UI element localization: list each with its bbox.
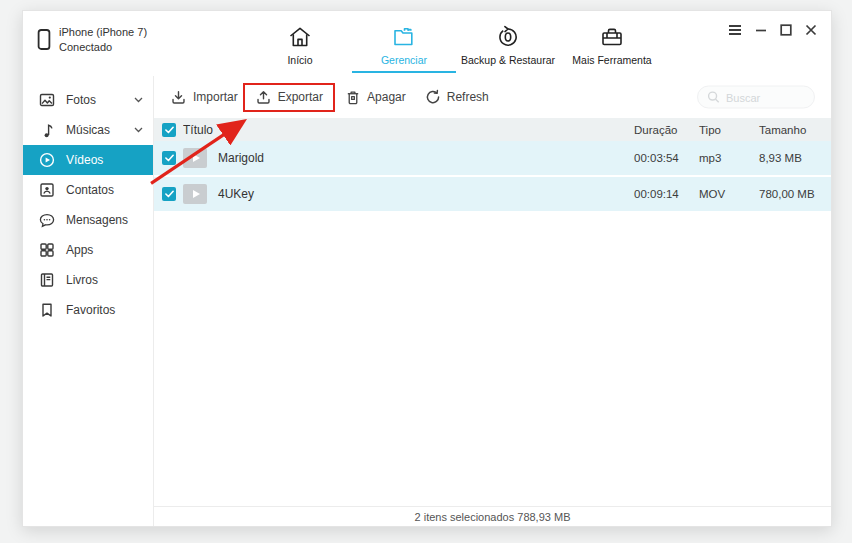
- app-header: iPhone (iPhone 7) Conectado Início: [23, 11, 831, 76]
- status-bar: 2 itens selecionados 788,93 MB: [154, 506, 831, 526]
- sidebar-item-label: Fotos: [66, 93, 96, 107]
- export-label: Exportar: [278, 90, 323, 104]
- sidebar-item-livros[interactable]: Livros: [23, 265, 153, 295]
- chevron-down-icon[interactable]: [134, 97, 143, 103]
- tab-inicio[interactable]: Início: [248, 15, 352, 73]
- column-header-type[interactable]: Tipo: [699, 124, 759, 136]
- sidebar-item-label: Vídeos: [66, 153, 103, 167]
- row-size: 8,93 MB: [759, 152, 831, 164]
- row-checkbox[interactable]: [162, 151, 176, 165]
- folder-icon: [391, 23, 417, 51]
- device-info: iPhone (iPhone 7) Conectado: [37, 25, 147, 55]
- photos-icon: [39, 92, 55, 108]
- backup-restore-icon: [495, 23, 521, 51]
- apps-grid-icon: [39, 242, 55, 258]
- sidebar-item-apps[interactable]: Apps: [23, 235, 153, 265]
- import-button[interactable]: Importar: [170, 89, 238, 106]
- maximize-icon[interactable]: [780, 24, 792, 36]
- play-icon: [193, 154, 200, 162]
- tab-label: Backup & Restaurar: [461, 54, 555, 66]
- video-thumbnail: [183, 148, 207, 168]
- bookmark-icon: [39, 302, 55, 318]
- sidebar-item-label: Apps: [66, 243, 93, 257]
- phone-icon: [37, 28, 51, 52]
- row-type: mp3: [699, 152, 759, 164]
- toolbar: Importar Exportar Apagar: [154, 76, 831, 118]
- row-title: Marigold: [218, 151, 264, 165]
- device-status: Conectado: [59, 40, 147, 55]
- sidebar-item-fotos[interactable]: Fotos: [23, 85, 153, 115]
- table-row[interactable]: Marigold 00:03:54 mp3 8,93 MB: [154, 141, 831, 177]
- tab-backup-restaurar[interactable]: Backup & Restaurar: [456, 15, 560, 73]
- sidebar-item-label: Músicas: [66, 123, 110, 137]
- select-all-checkbox[interactable]: [162, 123, 176, 137]
- sidebar-item-videos[interactable]: Vídeos: [23, 145, 153, 175]
- row-type: MOV: [699, 188, 759, 200]
- content-area: Importar Exportar Apagar: [153, 76, 831, 526]
- sidebar-item-contatos[interactable]: Contatos: [23, 175, 153, 205]
- music-note-icon: [39, 122, 55, 138]
- column-header-title[interactable]: Título: [183, 123, 634, 137]
- tab-label: Mais Ferramenta: [572, 54, 651, 66]
- minimize-icon[interactable]: [755, 24, 767, 36]
- book-icon: [39, 272, 55, 288]
- device-name: iPhone (iPhone 7): [59, 25, 147, 40]
- row-duration: 00:09:14: [634, 188, 699, 200]
- trash-icon: [345, 89, 361, 106]
- chevron-down-icon[interactable]: [134, 127, 143, 133]
- search-icon: [707, 91, 720, 104]
- row-checkbox[interactable]: [162, 187, 176, 201]
- import-label: Importar: [193, 90, 238, 104]
- column-header-size[interactable]: Tamanho: [759, 124, 831, 136]
- close-icon[interactable]: [805, 24, 817, 36]
- export-icon: [255, 89, 272, 106]
- home-icon: [287, 23, 313, 51]
- window-controls: [728, 24, 817, 36]
- refresh-label: Refresh: [447, 90, 489, 104]
- main-nav: Início Gerenciar Backup & Restaurar: [248, 15, 664, 73]
- tab-gerenciar[interactable]: Gerenciar: [352, 15, 456, 73]
- import-icon: [170, 89, 187, 106]
- sidebar-item-mensagens[interactable]: Mensagens: [23, 205, 153, 235]
- tab-label: Início: [287, 54, 312, 66]
- sidebar-item-label: Contatos: [66, 183, 114, 197]
- table-header: Título Duração Tipo Tamanho: [154, 118, 831, 141]
- export-button[interactable]: Exportar: [243, 83, 335, 112]
- menu-icon[interactable]: [728, 24, 742, 36]
- play-icon: [193, 190, 200, 198]
- table-row[interactable]: 4UKey 00:09:14 MOV 780,00 MB: [154, 177, 831, 213]
- sidebar-item-favoritos[interactable]: Favoritos: [23, 295, 153, 325]
- selection-summary: 2 itens selecionados 788,93 MB: [415, 511, 571, 523]
- message-bubble-icon: [39, 212, 55, 228]
- refresh-icon: [425, 89, 441, 105]
- tab-label: Gerenciar: [381, 54, 427, 66]
- sidebar: Fotos Músicas Vídeos: [23, 76, 153, 526]
- tab-mais-ferramenta[interactable]: Mais Ferramenta: [560, 15, 664, 73]
- sidebar-item-label: Mensagens: [66, 213, 128, 227]
- search-box[interactable]: [697, 86, 815, 109]
- sidebar-item-musicas[interactable]: Músicas: [23, 115, 153, 145]
- play-circle-icon: [39, 152, 55, 168]
- row-duration: 00:03:54: [634, 152, 699, 164]
- refresh-button[interactable]: Refresh: [425, 89, 489, 105]
- delete-label: Apagar: [367, 90, 406, 104]
- sidebar-item-label: Favoritos: [66, 303, 115, 317]
- row-size: 780,00 MB: [759, 188, 831, 200]
- video-thumbnail: [183, 184, 207, 204]
- contact-card-icon: [39, 182, 55, 198]
- toolbox-icon: [599, 23, 625, 51]
- sidebar-item-label: Livros: [66, 273, 98, 287]
- delete-button[interactable]: Apagar: [345, 89, 406, 106]
- search-input[interactable]: [726, 91, 805, 103]
- row-title: 4UKey: [218, 187, 254, 201]
- app-window: iPhone (iPhone 7) Conectado Início: [22, 10, 832, 527]
- column-header-duration[interactable]: Duração: [634, 124, 699, 136]
